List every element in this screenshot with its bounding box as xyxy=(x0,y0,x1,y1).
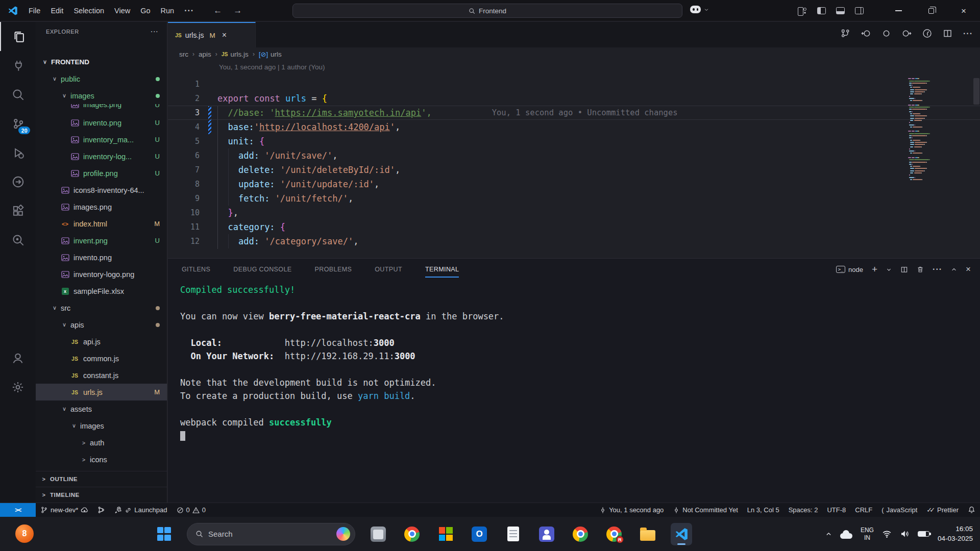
code-line-2[interactable]: 2export const urls = { xyxy=(168,91,980,106)
taskbar-app-folder-icon[interactable] xyxy=(637,523,658,545)
editor-action-backc-icon[interactable] xyxy=(861,29,871,38)
command-center-search[interactable]: Frontend xyxy=(292,4,682,18)
menu-selection[interactable]: Selection xyxy=(68,4,109,18)
activity-extensions-icon[interactable] xyxy=(0,196,36,226)
activity-remote-explorer-icon[interactable] xyxy=(0,167,36,196)
tree-item-urls-js[interactable]: JSurls.jsM xyxy=(36,384,167,400)
taskbar-app-profile-icon[interactable]: R xyxy=(603,523,625,545)
activity-explorer-icon[interactable] xyxy=(0,22,36,51)
forward-arrow-icon[interactable]: → xyxy=(233,6,242,16)
tree-item-src[interactable]: ∨src xyxy=(36,299,167,316)
editor-scrollbar[interactable] xyxy=(973,78,979,105)
menu-go[interactable]: Go xyxy=(135,4,155,18)
taskbar-app-chrome-icon[interactable] xyxy=(570,523,591,545)
status-remote-indicator[interactable]: >< xyxy=(0,503,36,517)
menu-more-button[interactable]: ··· xyxy=(179,6,199,15)
status-language-mode[interactable]: (JavaScript xyxy=(877,503,922,517)
tree-item-index-html[interactable]: <>index.htmlM xyxy=(36,215,167,232)
widgets-badge[interactable]: 8 xyxy=(15,524,34,543)
editor-action-more-icon[interactable]: ··· xyxy=(963,29,973,38)
tree-item-apis[interactable]: ∨apis xyxy=(36,316,167,333)
back-arrow-icon[interactable]: ← xyxy=(213,6,222,16)
status-encoding[interactable]: UTF-8 xyxy=(822,503,850,517)
close-panel-icon[interactable]: × xyxy=(966,264,971,274)
tree-item-public[interactable]: ∨public xyxy=(36,70,167,87)
toggle-secondary-sidebar-icon[interactable] xyxy=(855,7,864,14)
tree-item-constant-js[interactable]: JSconstant.js xyxy=(36,367,167,384)
terminal-instance[interactable]: >_ node xyxy=(836,266,863,273)
maximize-panel-icon[interactable] xyxy=(951,266,957,272)
activity-settings-icon[interactable] xyxy=(0,372,36,402)
activity-source-control-icon[interactable]: 20 xyxy=(0,109,36,138)
menu-edit[interactable]: Edit xyxy=(45,4,68,18)
breadcrumb-urls-js[interactable]: JSurls.js xyxy=(222,51,249,58)
code-line-5[interactable]: 5 unit: { xyxy=(168,134,980,148)
wifi-icon[interactable] xyxy=(882,529,892,539)
activity-thunder-client-icon[interactable] xyxy=(0,51,36,80)
tree-item-assets[interactable]: ∨assets xyxy=(36,400,167,417)
tab-urls-js[interactable]: JS urls.js M × xyxy=(168,22,256,47)
tree-item-images[interactable]: ∨images xyxy=(36,87,167,104)
code-line-9[interactable]: 9 fetch: '/unit/fetch/', xyxy=(168,191,980,206)
editor-action-playc-icon[interactable] xyxy=(922,29,932,38)
tree-item-inventory-ma-[interactable]: inventory_ma...U xyxy=(36,131,167,148)
status-commit-graph[interactable] xyxy=(93,503,110,517)
section-timeline[interactable]: >TIMELINE xyxy=(36,487,167,503)
activity-gitlens-icon[interactable] xyxy=(0,226,36,255)
panel-tab-problems[interactable]: PROBLEMS xyxy=(315,259,352,280)
status-formatter[interactable]: ✓✓Prettier xyxy=(922,503,963,517)
tree-root-frontend[interactable]: ∨FRONTEND xyxy=(36,54,167,70)
taskbar-app-grid-icon[interactable] xyxy=(435,523,456,545)
code-line-7[interactable]: 7 delete: '/unit/deleteById/:id', xyxy=(168,163,980,177)
section-outline[interactable]: >OUTLINE xyxy=(36,471,167,487)
code-line-12[interactable]: 12 add: '/category/save/', xyxy=(168,234,980,248)
status-problems[interactable]: 00 xyxy=(172,503,210,517)
taskbar-app-window-icon[interactable] xyxy=(368,523,389,545)
activity-accounts-icon[interactable] xyxy=(0,343,36,372)
status-branch[interactable]: new-dev* xyxy=(36,503,93,517)
panel-tab-terminal[interactable]: TERMINAL xyxy=(425,259,459,280)
clock[interactable]: 16:05 04-03-2025 xyxy=(938,524,973,543)
panel-tab-gitlens[interactable]: GITLENS xyxy=(182,259,210,280)
language-indicator[interactable]: ENGIN xyxy=(861,527,874,541)
menu-view[interactable]: View xyxy=(109,4,135,18)
editor-action-fwdc-icon[interactable] xyxy=(902,29,912,38)
explorer-more-button[interactable]: ··· xyxy=(151,29,159,35)
terminal-dropdown-icon[interactable] xyxy=(886,267,892,272)
tree-item-api-js[interactable]: JSapi.js xyxy=(36,333,167,350)
taskbar-app-outlook-icon[interactable]: O xyxy=(469,523,490,545)
tray-chevron-icon[interactable] xyxy=(825,531,832,537)
tree-item-icons8-inventory-64-[interactable]: icons8-inventory-64... xyxy=(36,182,167,198)
new-terminal-icon[interactable]: + xyxy=(872,264,877,275)
status-notifications[interactable] xyxy=(963,503,980,517)
panel-tab-output[interactable]: OUTPUT xyxy=(375,259,402,280)
volume-icon[interactable] xyxy=(900,529,910,539)
tree-item-icons[interactable]: >icons xyxy=(36,451,167,468)
activity-run-and-debug-icon[interactable] xyxy=(0,138,36,167)
tree-item-auth[interactable]: >auth xyxy=(36,434,167,451)
code-line-6[interactable]: 6 add: '/unit/save/', xyxy=(168,148,980,163)
split-terminal-icon[interactable] xyxy=(900,266,908,273)
breadcrumb-urls[interactable]: [⊘]urls xyxy=(259,51,282,58)
code-line-4[interactable]: 4 base:'http://localhost:4200/api', xyxy=(168,120,980,134)
panel-tab-debug-console[interactable]: DEBUG CONSOLE xyxy=(233,259,291,280)
close-button[interactable]: × xyxy=(947,0,980,21)
code-line-3[interactable]: 3 //base: 'https://ims.samyotech.in/api'… xyxy=(168,106,980,120)
toggle-panel-icon[interactable] xyxy=(836,7,845,14)
status-indentation[interactable]: Spaces: 2 xyxy=(784,503,823,517)
tree-item-images-png[interactable]: images.png xyxy=(36,198,167,215)
copilot-button[interactable] xyxy=(690,6,709,13)
taskbar-app-doc-icon[interactable] xyxy=(502,523,524,545)
menu-file[interactable]: File xyxy=(23,4,45,18)
start-button[interactable] xyxy=(153,523,175,545)
code-line-10[interactable]: 10 }, xyxy=(168,206,980,220)
breadcrumb-apis[interactable]: apis xyxy=(199,51,211,58)
code-line-8[interactable]: 8 update: '/unit/update/:id', xyxy=(168,177,980,191)
taskbar-app-vscode-icon[interactable] xyxy=(671,523,692,545)
tree-item-invent-png[interactable]: invent.pngU xyxy=(36,232,167,249)
breadcrumb-src[interactable]: src xyxy=(179,51,188,58)
toggle-sidebar-icon[interactable] xyxy=(817,7,826,14)
editor-action-circ-icon[interactable] xyxy=(881,29,891,38)
tree-item-common-js[interactable]: JScommon.js xyxy=(36,350,167,367)
terminal-output[interactable]: Compiled successfully! You can now view … xyxy=(180,283,970,503)
